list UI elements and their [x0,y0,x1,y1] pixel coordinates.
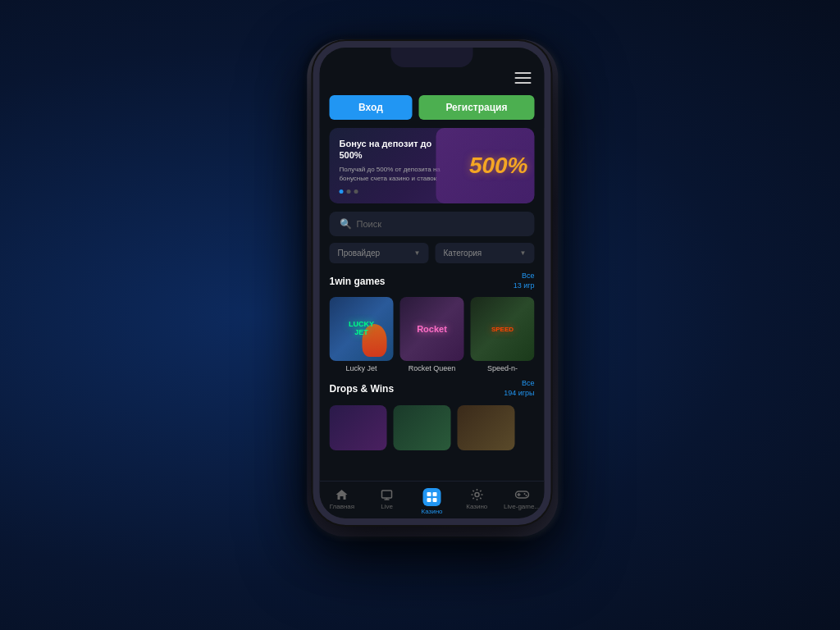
svg-rect-6 [432,498,436,502]
drops-wins-header: Drops & Wins Все 194 игры [330,379,535,398]
speed-name: Speed-n- [471,364,535,372]
drops-games-row [330,405,535,450]
phone-frame: Вход Регистрация Бонус на депозит до 500… [313,41,551,525]
gamepad-icon [514,488,530,501]
banner-amount: 500% [469,153,528,179]
game-card-lucky-jet[interactable]: LUCKYJET Lucky Jet [330,297,394,372]
nav-settings-label: Казино [466,503,487,510]
1win-games-row: LUCKYJET Lucky Jet Rocket Rocket Queen [330,297,535,372]
register-button[interactable]: Регистрация [418,95,534,120]
svg-rect-0 [382,491,392,498]
casino-active-indicator [422,488,441,506]
svg-point-11 [523,493,525,495]
1win-games-section: 1win games Все 13 игр LUCKYJET [320,272,545,379]
bonus-banner[interactable]: Бонус на депозит до 500% Получай до 500%… [330,128,535,203]
scene: Вход Регистрация Бонус на депозит до 500… [0,0,840,630]
drops-wins-all[interactable]: Все 194 игры [504,379,534,398]
nav-live-label: Live [381,503,393,510]
category-filter[interactable]: Категория ▼ [436,243,535,263]
svg-rect-4 [432,492,436,496]
nav-item-settings[interactable]: Казино [454,488,500,515]
nav-live-games-label: Live-game... [504,503,540,510]
gear-icon [468,488,485,501]
svg-rect-5 [427,498,431,502]
svg-point-7 [475,493,479,497]
banner-title: Бонус на депозит до 500% [340,138,446,162]
home-icon [334,488,350,501]
rocket-queen-logo: Rocket [417,324,447,334]
speed-logo: SPEED [491,326,514,333]
lucky-jet-logo: LUCKYJET [349,321,374,337]
drops-game-2[interactable] [394,405,451,450]
banner-dot-2 [347,189,351,194]
nav-main-label: Главная [330,503,354,510]
category-arrow-icon: ▼ [520,249,527,257]
speed-thumbnail: SPEED [471,297,535,361]
1win-games-all[interactable]: Все 13 игр [514,272,535,290]
category-label: Категория [444,249,482,258]
lucky-jet-name: Lucky Jet [330,364,394,372]
bottom-navigation: Главная Live [320,481,545,518]
1win-games-title: 1win games [330,276,386,287]
lucky-jet-thumbnail: LUCKYJET [330,297,394,361]
login-button[interactable]: Вход [330,95,413,120]
nav-item-casino[interactable]: Казино [409,488,454,515]
drops-game-3[interactable] [458,405,515,450]
hamburger-button[interactable] [515,72,532,84]
rocket-queen-name: Rocket Queen [400,364,464,372]
live-icon [379,488,395,501]
banner-dot-3 [354,189,358,194]
auth-buttons-container: Вход Регистрация [320,90,545,128]
provider-filter[interactable]: Провайдер ▼ [330,243,429,263]
nav-casino-label: Казино [421,508,442,515]
game-card-rocket-queen[interactable]: Rocket Rocket Queen [400,297,464,372]
search-placeholder: Поиск [357,219,381,229]
nav-item-main[interactable]: Главная [320,488,365,515]
screen-content: Вход Регистрация Бонус на депозит до 500… [320,48,545,518]
provider-arrow-icon: ▼ [414,249,421,257]
drops-game-1[interactable] [330,405,387,450]
filters-row: Провайдер ▼ Категория ▼ [320,243,545,272]
provider-label: Провайдер [338,249,381,258]
nav-item-live[interactable]: Live [364,488,409,515]
svg-rect-3 [427,492,431,496]
svg-point-12 [525,495,527,496]
rocket-queen-thumbnail: Rocket [400,297,464,361]
nav-item-live-games[interactable]: Live-game... [500,488,545,515]
phone-notch [391,48,473,67]
drops-wins-section: Drops & Wins Все 194 игры [320,379,545,456]
search-icon: 🔍 [340,218,352,230]
drops-wins-title: Drops & Wins [330,383,395,395]
search-bar[interactable]: 🔍 Поиск [330,212,535,236]
game-card-speed[interactable]: SPEED Speed-n- [471,297,535,372]
1win-games-header: 1win games Все 13 игр [330,272,535,290]
banner-dot-1 [340,189,344,194]
phone-screen: Вход Регистрация Бонус на депозит до 500… [320,48,545,518]
